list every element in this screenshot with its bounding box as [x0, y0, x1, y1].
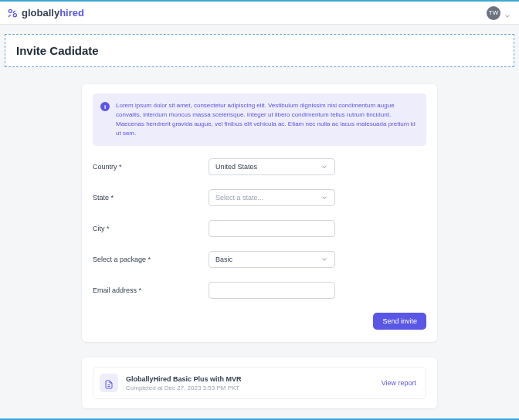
avatar: TW [487, 6, 500, 20]
brand-icon [6, 7, 19, 19]
chevron-down-icon [321, 163, 328, 171]
country-select[interactable]: United States [209, 158, 335, 175]
package-label: Select a package * [93, 256, 209, 263]
state-placeholder: Select a state... [215, 194, 263, 202]
top-header: globallyhired TW [0, 2, 519, 25]
chevron-down-icon [504, 9, 511, 17]
report-row: GloballyHired Basic Plus with MVR Comple… [93, 367, 426, 399]
city-input[interactable] [209, 220, 335, 237]
report-subtitle: Completed at Dec 27, 2023 3:53 PM PKT [126, 384, 242, 391]
state-select[interactable]: Select a state... [209, 189, 335, 206]
brand-text: globallyhired [22, 7, 84, 19]
report-card: GloballyHired Basic Plus with MVR Comple… [82, 357, 437, 408]
chevron-down-icon [321, 194, 328, 202]
city-label: City * [93, 225, 209, 232]
document-icon [104, 378, 114, 388]
package-select[interactable]: Basic [209, 251, 335, 268]
info-icon: i [100, 102, 110, 111]
email-input[interactable] [209, 282, 335, 299]
document-badge [100, 374, 118, 392]
chevron-down-icon [321, 256, 328, 263]
user-menu[interactable]: TW [487, 6, 511, 20]
brand-logo[interactable]: globallyhired [6, 7, 84, 19]
svg-point-1 [13, 13, 16, 16]
invite-form-card: i Lorem ipsum dolor sit amet, consectetu… [82, 84, 437, 342]
country-value: United States [215, 163, 257, 171]
email-label: Email address * [93, 286, 209, 294]
info-text: Lorem ipsum dolor sit amet, consectetur … [116, 101, 417, 138]
info-banner: i Lorem ipsum dolor sit amet, consectetu… [93, 93, 426, 146]
svg-point-0 [8, 9, 12, 12]
view-report-link[interactable]: View report [382, 379, 416, 387]
package-value: Basic [215, 256, 232, 263]
send-invite-button[interactable]: Send invite [373, 313, 426, 330]
page-title: Invite Cadidate [16, 44, 503, 57]
state-label: State * [93, 194, 209, 202]
report-title: GloballyHired Basic Plus with MVR [126, 375, 242, 383]
page-title-band: Invite Cadidate [5, 34, 514, 67]
country-label: Country * [93, 163, 209, 171]
